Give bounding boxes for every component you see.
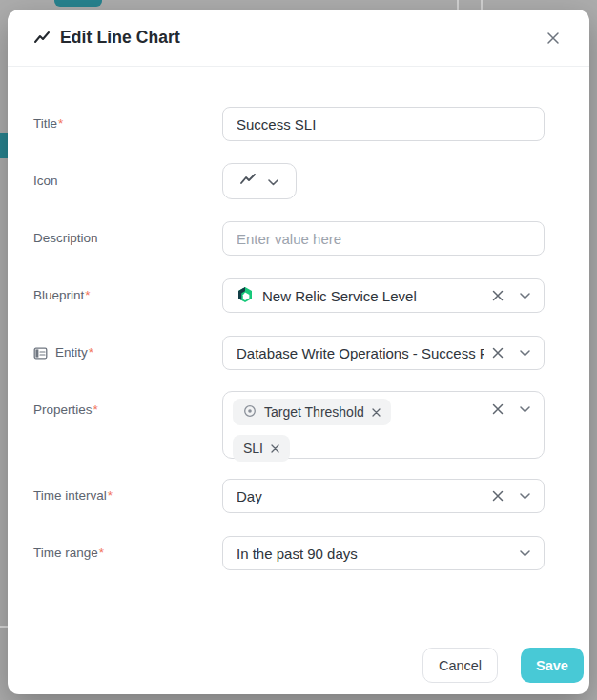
line-chart-icon <box>240 173 257 190</box>
blueprint-value: New Relic Service Level <box>262 288 484 304</box>
icon-picker-dropdown[interactable] <box>222 163 297 199</box>
entity-value: Database Write Operations - Success R <box>237 345 484 361</box>
title-label: Title* <box>33 107 222 141</box>
blueprint-label: Blueprint* <box>33 278 222 313</box>
blueprint-select[interactable]: New Relic Service Level <box>222 278 545 313</box>
required-asterisk: * <box>108 479 113 513</box>
required-asterisk: * <box>89 336 93 370</box>
target-icon <box>243 404 257 421</box>
background-teal-fragment <box>54 0 102 7</box>
title-input[interactable] <box>222 107 545 141</box>
tag-sli[interactable]: SLI <box>233 435 290 462</box>
background-column-divider <box>457 0 459 10</box>
chevron-down-icon[interactable] <box>520 406 530 413</box>
entity-table-icon <box>33 346 48 360</box>
tag-target-threshold[interactable]: Target Threshold <box>233 399 391 425</box>
modal-title: Edit Line Chart <box>60 28 180 48</box>
time-interval-value: Day <box>237 488 484 504</box>
chevron-down-icon[interactable] <box>520 550 530 557</box>
time-range-row: Time range* In the past 90 days <box>33 536 545 570</box>
remove-tag-icon[interactable] <box>271 444 279 453</box>
chevron-down-icon[interactable] <box>520 493 530 500</box>
description-input[interactable] <box>222 221 545 256</box>
required-asterisk: * <box>58 107 63 141</box>
clear-icon[interactable] <box>492 347 504 359</box>
chevron-down-icon <box>268 173 278 190</box>
cancel-button[interactable]: Cancel <box>422 648 498 683</box>
blueprint-row: Blueprint* New Relic Service Level <box>33 278 545 313</box>
remove-tag-icon[interactable] <box>372 408 381 417</box>
time-range-value: In the past 90 days <box>237 546 512 562</box>
description-label: Description <box>33 221 222 256</box>
required-asterisk: * <box>93 391 98 429</box>
time-interval-row: Time interval* Day <box>33 479 545 513</box>
clear-icon[interactable] <box>492 403 504 415</box>
line-chart-icon <box>33 30 51 47</box>
time-interval-label: Time interval* <box>33 479 222 513</box>
clear-icon[interactable] <box>492 490 504 502</box>
icon-row: Icon <box>33 163 297 199</box>
time-interval-select[interactable]: Day <box>222 479 545 513</box>
chevron-down-icon[interactable] <box>520 293 530 299</box>
save-button[interactable]: Save <box>521 648 584 683</box>
required-asterisk: * <box>99 536 104 570</box>
properties-row: Properties* Target Threshold <box>33 391 545 459</box>
chevron-down-icon[interactable] <box>520 350 530 357</box>
properties-multiselect[interactable]: Target Threshold SLI <box>222 391 545 459</box>
modal-header: Edit Line Chart <box>8 10 589 67</box>
entity-select[interactable]: Database Write Operations - Success R <box>222 336 545 370</box>
new-relic-logo-icon <box>237 286 254 306</box>
time-range-label: Time range* <box>33 536 222 570</box>
entity-label: Entity* <box>33 336 222 370</box>
properties-label: Properties* <box>33 391 222 429</box>
entity-row: Entity* Database Write Operations - Succ… <box>33 336 545 370</box>
icon-label: Icon <box>33 163 222 199</box>
close-icon[interactable] <box>540 25 566 51</box>
clear-icon[interactable] <box>492 290 504 301</box>
description-row: Description <box>33 221 545 256</box>
title-row: Title* <box>33 107 545 141</box>
time-range-select[interactable]: In the past 90 days <box>222 536 545 570</box>
background-column-divider <box>481 0 483 10</box>
required-asterisk: * <box>85 278 90 313</box>
background-row-divider <box>0 626 8 628</box>
selected-tags: Target Threshold SLI <box>233 399 484 462</box>
edit-line-chart-modal: Edit Line Chart Title* Icon Description <box>8 10 589 694</box>
background-sidebar-fragment <box>0 133 8 158</box>
